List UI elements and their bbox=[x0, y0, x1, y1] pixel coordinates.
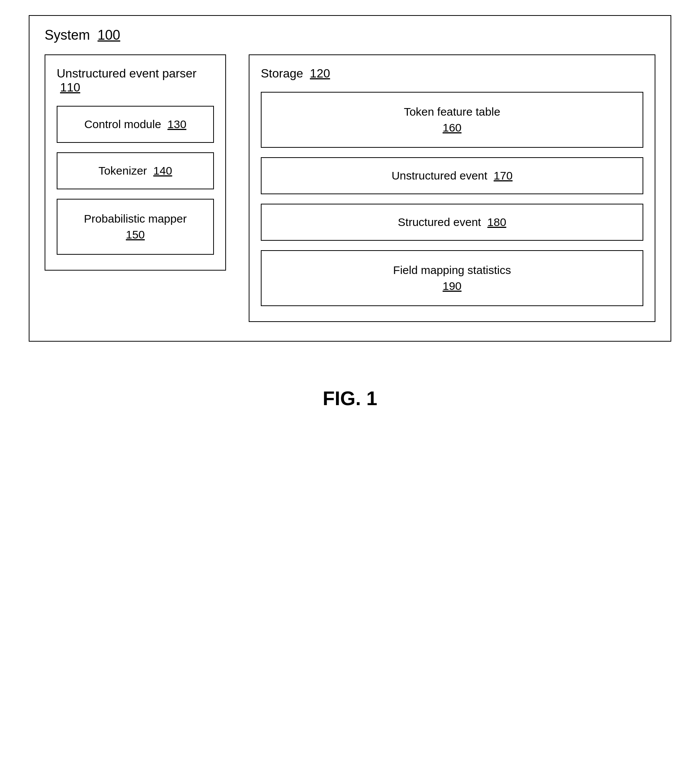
parser-module-2-label: Probabilistic mapper bbox=[84, 212, 187, 225]
page-container: System 100 Unstructured event parser 110… bbox=[29, 15, 671, 410]
system-text: System bbox=[45, 27, 90, 43]
storage-module-1: Unstructured event 170 bbox=[261, 157, 643, 194]
parser-module-1-label: Tokenizer bbox=[98, 165, 147, 177]
parser-module-1: Tokenizer 140 bbox=[57, 152, 214, 189]
system-label: System 100 bbox=[45, 27, 655, 43]
parser-module-2: Probabilistic mapper 150 bbox=[57, 199, 214, 255]
storage-module-2-ref: 180 bbox=[487, 216, 506, 228]
storage-module-0: Token feature table 160 bbox=[261, 92, 643, 148]
parser-label: Unstructured event parser 110 bbox=[57, 67, 214, 95]
storage-module-1-ref: 170 bbox=[493, 169, 513, 182]
storage-label-text: Storage bbox=[261, 67, 303, 80]
parser-box: Unstructured event parser 110 Control mo… bbox=[45, 55, 226, 271]
storage-module-3-label: Field mapping statistics bbox=[393, 264, 511, 276]
storage-module-2: Structured event 180 bbox=[261, 204, 643, 241]
storage-ref: 120 bbox=[310, 67, 330, 80]
parser-label-text: Unstructured event parser bbox=[57, 67, 197, 80]
system-box: System 100 Unstructured event parser 110… bbox=[29, 15, 671, 342]
storage-module-0-ref: 160 bbox=[443, 121, 462, 134]
system-ref: 100 bbox=[98, 27, 120, 43]
storage-module-3: Field mapping statistics 190 bbox=[261, 250, 643, 306]
parser-module-0: Control module 130 bbox=[57, 106, 214, 143]
figure-label: FIG. 1 bbox=[323, 387, 377, 410]
parser-module-1-ref: 140 bbox=[153, 165, 172, 177]
parser-module-0-label: Control module bbox=[84, 118, 161, 130]
parser-module-0-ref: 130 bbox=[167, 118, 186, 130]
storage-module-1-label: Unstructured event bbox=[392, 169, 487, 182]
storage-box: Storage 120 Token feature table 160 Unst… bbox=[249, 55, 655, 322]
parser-module-2-ref: 150 bbox=[126, 228, 145, 241]
storage-module-2-label: Structured event bbox=[398, 216, 481, 228]
storage-module-0-label: Token feature table bbox=[404, 105, 500, 118]
storage-module-3-ref: 190 bbox=[443, 280, 462, 292]
parser-ref: 110 bbox=[60, 80, 80, 94]
inner-layout: Unstructured event parser 110 Control mo… bbox=[45, 55, 655, 322]
storage-label: Storage 120 bbox=[261, 67, 643, 80]
